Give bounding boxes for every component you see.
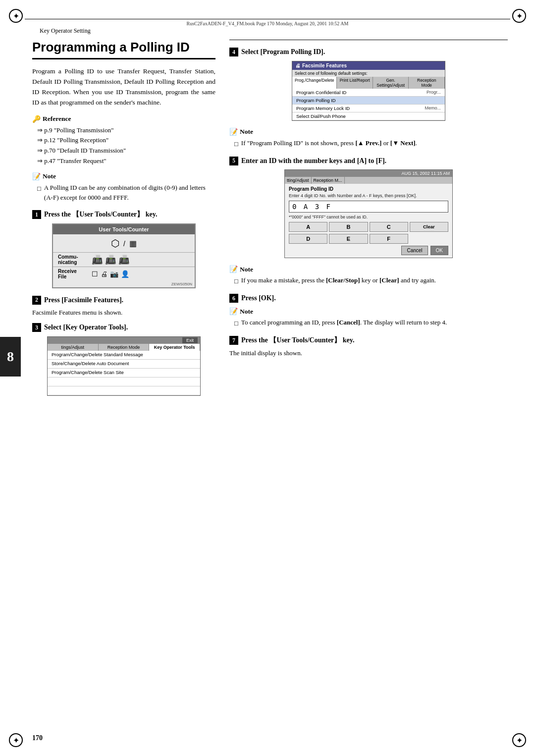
pid-buttons-row1: A B C Clear — [289, 222, 448, 232]
uc-zcode: ZEWS050N — [53, 281, 195, 287]
main-content: Programming a Polling ID Program a Polli… — [32, 40, 508, 731]
uc-slash: / — [123, 240, 125, 249]
header-bar: RusC2FaxADEN-F_V4_FM.book Page 170 Monda… — [25, 19, 510, 26]
note-3-text: If you make a mistake, press the [Clear/… — [241, 275, 436, 286]
ko-tab-operator[interactable]: Key Operator Tools — [149, 344, 200, 351]
step-3-num: 3 — [32, 323, 41, 332]
ff-row-3-value: Memo... — [425, 106, 441, 110]
note-box-2: 📝 Note □ If "Program Polling ID" is not … — [229, 128, 508, 149]
uc-comm-icon-3: 📠 — [118, 254, 129, 265]
pid-warning: *"0000" and "FFFF" cannot be used as ID. — [289, 215, 448, 219]
ko-row-2: Store/Change/Delete Auto Document — [48, 360, 200, 369]
step-1-num: 1 — [32, 210, 41, 219]
step-6-num: 6 — [229, 294, 238, 303]
step-3-text: Select [Key Operator Tools]. — [44, 323, 128, 332]
note-4-label: Note — [240, 308, 253, 316]
note-box-3: 📝 Note □ If you make a mistake, press th… — [229, 265, 508, 286]
note-box-4: 📝 Note □ To cancel programming an ID, pr… — [229, 307, 508, 328]
ko-panel-header: Exit — [48, 337, 200, 344]
note-2-title: 📝 Note — [229, 128, 508, 136]
reference-label: Reference — [43, 115, 71, 123]
uc-recv-icon-2: 🖨 — [101, 270, 107, 278]
pid-panel-header: AUG 15, 2002 11:15 AM — [285, 170, 452, 177]
ff-tab-print[interactable]: Print List/Report — [337, 77, 373, 89]
note-4-item: □ To cancel programming an ID, press [Ca… — [229, 318, 508, 328]
page-title: Programming a Polling ID — [32, 40, 215, 59]
ff-tab-gen[interactable]: Gen. Settings/Adjust — [373, 77, 409, 89]
pid-buttons-row2: D E F — [289, 234, 448, 244]
pid-panel-body: Program Polling ID Enter 4 digit ID No. … — [285, 184, 452, 258]
ko-exit-btn[interactable]: Exit — [182, 337, 198, 343]
pid-input[interactable]: 0 A 3 F — [289, 201, 448, 213]
uc-receive-icons: ☐ 🖨 📷 👤 — [92, 270, 129, 278]
ko-panel: Exit tings/Adjust Reception Mode Key Ope… — [47, 336, 201, 396]
ko-tab-reception[interactable]: Reception Mode — [99, 344, 150, 351]
step-4-text: Select [Program Polling ID]. — [241, 47, 325, 57]
corner-bl: ✦ — [9, 733, 23, 747]
uc-counter-icon: ▦ — [129, 239, 137, 249]
ko-tab-settings[interactable]: tings/Adjust — [48, 344, 99, 351]
ff-row-2[interactable]: Program Polling ID — [292, 97, 445, 105]
note-1-icon: 📝 — [32, 172, 41, 181]
step-5-num: 5 — [229, 157, 238, 165]
pid-btn-clear[interactable]: Clear — [410, 222, 448, 232]
corner-tl-circle: ✦ — [9, 9, 23, 23]
corner-bl-circle: ✦ — [9, 733, 23, 747]
ff-tab-reception[interactable]: Reception Mode — [409, 77, 445, 89]
top-divider — [229, 40, 508, 40]
note-3-checkbox: □ — [234, 276, 238, 286]
uc-panel-icon-row: ⬡ / ▦ — [53, 234, 195, 252]
pid-tab-1[interactable]: tting/Adjust — [285, 177, 312, 184]
ff-row-3-label: Program Memory Lock ID — [296, 106, 350, 111]
step-4-header: 4 Select [Program Polling ID]. — [229, 47, 508, 57]
step-2-num: 2 — [32, 296, 41, 305]
pid-tab-2[interactable]: Reception M... — [312, 177, 345, 184]
note-2-text: If "Program Polling ID" is not shown, pr… — [241, 138, 417, 149]
note-box-1: 📝 Note □ A Polling ID can be any combina… — [32, 172, 215, 203]
pid-btn-F[interactable]: F — [370, 234, 408, 244]
step-7-num: 7 — [229, 336, 238, 345]
pid-btn-E[interactable]: E — [329, 234, 368, 244]
step-1-header: 1 Press the 【User Tools/Counter】 key. — [32, 210, 215, 219]
ref-item-2: p.12 "Polling Reception" — [32, 135, 215, 146]
ff-panel-sub: Select one of following default settings… — [292, 70, 445, 77]
reference-title: 🔑 Reference — [32, 115, 215, 123]
ff-panel-tabs: Prog./Change/Delete Print List/Report Ge… — [292, 77, 445, 89]
ff-row-1-label: Program Confidential ID — [296, 90, 346, 95]
step-5-text: Enter an ID with the number keys and [A]… — [241, 156, 386, 166]
note-2-item: □ If "Program Polling ID" is not shown, … — [229, 138, 508, 149]
note-1-text: A Polling ID can be any combination of d… — [44, 183, 215, 203]
pid-btn-empty — [410, 234, 448, 244]
step-6-header: 6 Press [OK]. — [229, 293, 508, 303]
note-2-icon: 📝 — [229, 128, 238, 136]
page-number: 170 — [32, 734, 43, 742]
pid-btn-B[interactable]: B — [329, 222, 368, 232]
uc-comm-section: Commu-nicating 📠 📠 📠 — [53, 252, 195, 267]
ff-row-4: Select Dial/Push Phone — [292, 112, 445, 120]
corner-br: ✦ — [512, 733, 526, 747]
step-7-header: 7 Press the 【User Tools/Counter】 key. — [229, 335, 508, 345]
uc-receive-section: ReceiveFile ☐ 🖨 📷 👤 — [53, 267, 195, 281]
ff-panel: 🖨 Facsimile Features Select one of follo… — [292, 61, 445, 121]
ff-tab-prog[interactable]: Prog./Change/Delete — [292, 77, 337, 89]
intro-text: Program a Polling ID to use Transfer Req… — [32, 66, 215, 108]
uc-receive-label: ReceiveFile — [58, 269, 88, 279]
step-2-header: 2 Press [Facsimile Features]. — [32, 295, 215, 305]
step-3-header: 3 Select [Key Operator Tools]. — [32, 323, 215, 332]
pid-panel: AUG 15, 2002 11:15 AM tting/Adjust Recep… — [284, 169, 453, 258]
reference-box: 🔑 Reference p.9 "Polling Transmission" p… — [32, 115, 215, 166]
side-tab-number: 8 — [0, 337, 21, 377]
corner-tr-circle: ✦ — [512, 9, 526, 23]
note-4-text: To cancel programming an ID, press [Canc… — [241, 318, 447, 328]
pid-btn-A[interactable]: A — [289, 222, 327, 232]
pid-panel-title: Program Polling ID — [289, 186, 448, 192]
pid-ok-btn[interactable]: OK — [430, 246, 448, 255]
left-column: Programming a Polling ID Program a Polli… — [32, 40, 215, 731]
pid-btn-C[interactable]: C — [370, 222, 408, 232]
pid-cancel-btn[interactable]: Cancel — [401, 246, 428, 255]
uc-comm-icons: 📠 📠 📠 — [92, 254, 129, 265]
uc-comm-label: Commu-nicating — [58, 254, 88, 265]
note-1-label: Note — [43, 172, 56, 180]
ff-panel-icon: 🖨 — [295, 63, 300, 68]
pid-btn-D[interactable]: D — [289, 234, 327, 244]
